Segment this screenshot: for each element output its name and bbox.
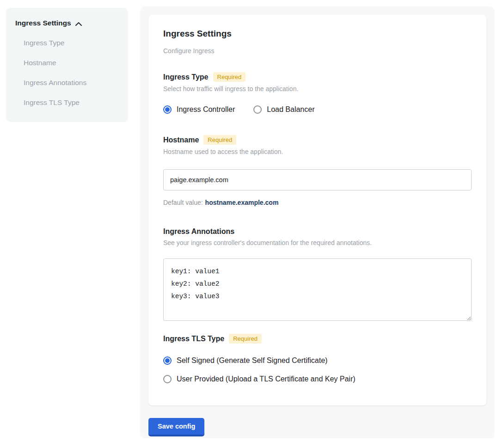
sidebar-item-ingress-type[interactable]: Ingress Type	[15, 39, 119, 47]
radio-option-self-signed[interactable]: Self Signed (Generate Self Signed Certif…	[163, 356, 472, 365]
ingress-annotations-textarea[interactable]: key1: value1 key2: value2 key3: value3	[163, 258, 472, 321]
radio-option-ingress-controller[interactable]: Ingress Controller	[163, 105, 235, 114]
radio-label: Ingress Controller	[177, 105, 235, 114]
radio-label: Self Signed (Generate Self Signed Certif…	[177, 356, 327, 365]
ingress-type-radio-group: Ingress Controller Load Balancer	[163, 105, 472, 114]
radio-option-load-balancer[interactable]: Load Balancer	[253, 105, 314, 114]
hostname-description: Hostname used to access the application.	[163, 148, 472, 155]
radio-label: Load Balancer	[267, 105, 314, 114]
chevron-up-icon	[75, 22, 82, 26]
required-badge: Required	[203, 135, 236, 145]
sidebar-item-ingress-tls-type[interactable]: Ingress TLS Type	[15, 98, 119, 107]
sidebar-title-label: Ingress Settings	[15, 19, 71, 27]
default-value-label: Default value:	[163, 199, 203, 206]
main-panel: Ingress Settings Configure Ingress Ingre…	[140, 6, 495, 438]
sidebar-item-hostname[interactable]: Hostname	[15, 59, 119, 67]
ingress-type-description: Select how traffic will ingress to the a…	[163, 85, 472, 92]
ingress-annotations-label: Ingress Annotations	[163, 227, 234, 236]
required-badge: Required	[213, 72, 246, 82]
default-value-text: hostname.example.com	[205, 199, 279, 206]
card-subtitle: Configure Ingress	[163, 47, 472, 55]
required-badge: Required	[229, 334, 262, 344]
radio-icon	[163, 375, 172, 383]
field-ingress-tls-type: Ingress TLS Type Required Self Signed (G…	[163, 334, 472, 383]
ingress-annotations-description: See your ingress controller's documentat…	[163, 239, 472, 246]
ingress-tls-type-label: Ingress TLS Type	[163, 335, 224, 343]
hostname-label: Hostname	[163, 136, 199, 144]
ingress-settings-card: Ingress Settings Configure Ingress Ingre…	[148, 15, 486, 405]
tls-type-radio-group: Self Signed (Generate Self Signed Certif…	[163, 356, 472, 383]
hostname-default-line: Default value:hostname.example.com	[163, 199, 472, 206]
field-ingress-type: Ingress Type Required Select how traffic…	[163, 72, 472, 114]
sidebar-section-toggle[interactable]: Ingress Settings	[15, 19, 119, 27]
sidebar-item-ingress-annotations[interactable]: Ingress Annotations	[15, 79, 119, 87]
radio-option-user-provided[interactable]: User Provided (Upload a TLS Certificate …	[163, 375, 472, 383]
hostname-input[interactable]	[163, 169, 472, 190]
radio-icon	[163, 105, 172, 114]
radio-label: User Provided (Upload a TLS Certificate …	[177, 375, 356, 383]
save-config-button[interactable]: Save config	[148, 418, 204, 436]
radio-icon	[163, 356, 172, 365]
radio-icon	[253, 105, 262, 114]
card-title: Ingress Settings	[163, 29, 472, 39]
field-hostname: Hostname Required Hostname used to acces…	[163, 135, 472, 206]
field-ingress-annotations: Ingress Annotations See your ingress con…	[163, 227, 472, 323]
ingress-type-label: Ingress Type	[163, 73, 209, 81]
sidebar: Ingress Settings Ingress Type Hostname I…	[6, 8, 128, 122]
